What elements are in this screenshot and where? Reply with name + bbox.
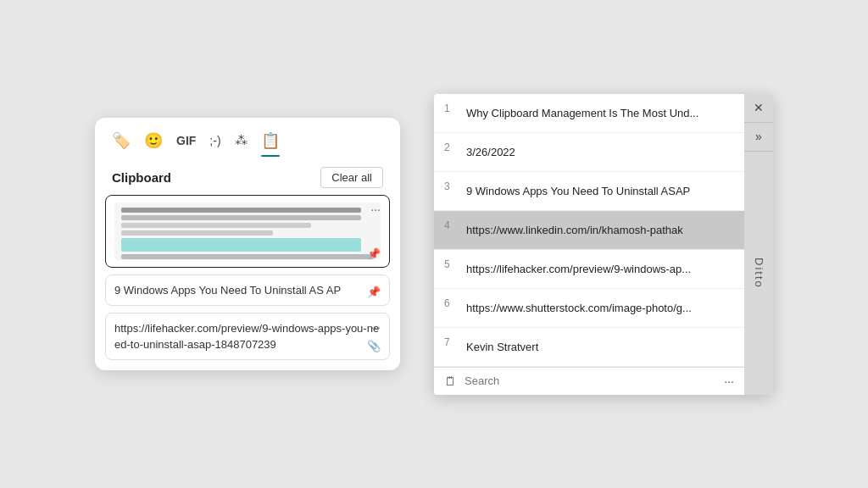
ditto-item-text: 3/26/2022 — [466, 146, 734, 158]
ditto-item-num: 7 — [444, 335, 458, 348]
ditto-item-num: 4 — [444, 218, 458, 231]
ditto-item-text: https://lifehacker.com/preview/9-windows… — [466, 263, 734, 275]
thumb-line — [121, 215, 361, 220]
clipboard-items-list: ··· 📌 9 Windows Apps You Need To Uninsta… — [95, 195, 400, 371]
clipboard-header: Clipboard Clear all — [95, 157, 400, 195]
thumb-line — [121, 223, 311, 228]
thumb-line — [121, 208, 361, 213]
clip-item-menu-3[interactable]: ··· — [370, 320, 381, 334]
ditto-close-button[interactable]: ✕ — [744, 94, 773, 123]
icon-tab-bar: 🏷️ 🙂 GIF ;-) ⁂ 📋 — [95, 118, 400, 157]
ditto-item-text: Why Clipboard Management Is The Most Und… — [466, 107, 734, 119]
ditto-search-input[interactable] — [465, 374, 715, 387]
tab-stickers[interactable]: 🏷️ — [112, 131, 131, 157]
tab-kaomoji[interactable]: ;-) — [209, 134, 220, 154]
ditto-item[interactable]: 23/26/2022 — [434, 133, 744, 172]
clip-item-text-2: 9 Windows Apps You Need To Uninstall AS … — [114, 284, 364, 297]
ditto-item[interactable]: 39 Windows Apps You Need To Uninstall AS… — [434, 172, 744, 211]
ditto-item[interactable]: 1Why Clipboard Management Is The Most Un… — [434, 94, 744, 133]
clip-item-1[interactable]: ··· 📌 — [105, 195, 390, 268]
ditto-item[interactable]: 4https://www.linkedin.com/in/khamosh-pat… — [434, 211, 744, 250]
clipboard-title: Clipboard — [112, 170, 171, 185]
ditto-more-button[interactable]: ··· — [724, 374, 734, 388]
ditto-item-text: Kevin Stratvert — [466, 341, 734, 353]
tab-clipboard[interactable]: 📋 — [261, 131, 280, 157]
ditto-item-text: https://www.linkedin.com/in/khamosh-path… — [466, 224, 734, 236]
ditto-panel: 1Why Clipboard Management Is The Most Un… — [434, 94, 773, 395]
ditto-item-text: 9 Windows Apps You Need To Uninstall ASA… — [466, 185, 734, 197]
clip-item-pin-1[interactable]: 📌 — [367, 247, 381, 260]
thumb-line — [121, 238, 361, 252]
ditto-items-list: 1Why Clipboard Management Is The Most Un… — [434, 94, 744, 367]
tab-emoji[interactable]: 🙂 — [144, 131, 163, 157]
clip-item-pin-2[interactable]: 📌 — [367, 286, 381, 298]
clip-item-pin-3[interactable]: 📎 — [367, 340, 381, 352]
clipboard-panel: 🏷️ 🙂 GIF ;-) ⁂ 📋 Clipboard Clear all — [95, 118, 400, 371]
ditto-forward-button[interactable]: » — [744, 123, 773, 152]
clip-item-2[interactable]: 9 Windows Apps You Need To Uninstall AS … — [105, 274, 390, 306]
ditto-item[interactable]: 7Kevin Stratvert — [434, 328, 744, 367]
ditto-footer: 🗒 ··· — [434, 367, 744, 395]
ditto-item[interactable]: 5https://lifehacker.com/preview/9-window… — [434, 250, 744, 289]
clip-thumbnail — [114, 202, 381, 260]
clip-item-3[interactable]: https://lifehacker.com/preview/9-windows… — [105, 313, 390, 360]
tab-gif[interactable]: GIF — [176, 134, 196, 154]
ditto-item-num: 1 — [444, 101, 458, 114]
search-icon: 🗒 — [444, 374, 456, 388]
ditto-item-num: 5 — [444, 257, 458, 270]
ditto-sidebar: ✕ » Ditto — [744, 94, 773, 395]
ditto-item-text: https://www.shutterstock.com/image-photo… — [466, 302, 734, 314]
clear-all-button[interactable]: Clear all — [320, 167, 383, 188]
ditto-item[interactable]: 6https://www.shutterstock.com/image-phot… — [434, 289, 744, 328]
tab-special[interactable]: ⁂ — [235, 133, 248, 155]
ditto-item-num: 2 — [444, 140, 458, 153]
clip-item-menu-1[interactable]: ··· — [370, 202, 381, 216]
ditto-label: Ditto — [753, 152, 765, 395]
ditto-item-num: 3 — [444, 179, 458, 192]
clip-item-text-3: https://lifehacker.com/preview/9-windows… — [114, 322, 379, 351]
thumb-line — [121, 254, 374, 259]
thumb-line — [121, 230, 273, 236]
ditto-item-num: 6 — [444, 296, 458, 309]
